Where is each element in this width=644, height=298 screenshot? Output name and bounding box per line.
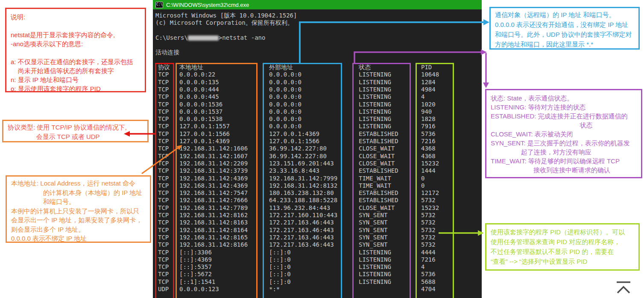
- note-line: a: 不仅显示正在通信的套接字，还显示包括: [11, 57, 141, 66]
- note-protocol-type: 协议类型: 使用 TCP/IP 协议通信的情况下, 会显示 TCP 或者 UDP: [2, 120, 149, 142]
- prompt-command: >netstat -ano: [219, 34, 266, 41]
- terminal-line: Microsoft Windows [版本 10.0.19042.1526]: [153, 12, 482, 19]
- note-line: LISTENING: 等待对方连接的状态: [491, 103, 637, 112]
- note-line: 状态: [491, 121, 637, 130]
- note-line: n: 显示 IP 地址和端口号: [11, 75, 141, 84]
- note-line: 尚未开始通信等状态的所有套接字: [11, 66, 141, 75]
- note-local-address: 本地地址: Local Address，运行 netstat 命令 的计算机本身…: [6, 175, 151, 243]
- blue-arrowhead-icon: [483, 19, 489, 25]
- foreign-address-column-box: [263, 63, 342, 298]
- note-line: 起了连接，对方没有响应: [491, 148, 637, 156]
- note-line: netstat是用于显示套接字内容的命令,: [11, 30, 141, 39]
- note-line: 和端口号。此外，UDP 协议中的套接字不绑定对: [495, 30, 634, 39]
- note-line: ESTABLISHED: 完成连接并正在进行数据通信的: [491, 112, 637, 121]
- note-line: 使用该套接字的程序 PID（进程标识符）。可以: [491, 227, 634, 237]
- note-line: -ano选项表示以下的意思:: [11, 39, 141, 48]
- note-line: 和端口号。: [11, 197, 146, 207]
- note-line: 使用任务管理器来查询 PID 对应的程序名称，: [491, 237, 634, 247]
- window-title: C:\WINDOWS\system32\cmd.exe: [166, 2, 249, 8]
- note-line: CLOSE_WAIT: 表示被动关闭: [491, 130, 637, 139]
- note-line: 状态: State，表示通信状态。: [491, 94, 637, 103]
- note-line: 会显示 TCP 或者 UDP: [8, 132, 143, 142]
- back-to-top-icon[interactable]: [614, 280, 633, 296]
- local-address-column-box: [176, 63, 258, 298]
- note-line: o: 显示使用该套接字的程序 PID: [11, 84, 141, 93]
- note-line: SYN_SENT: 是三次握手的过程，表示你的机器发: [491, 139, 637, 148]
- note-pid: 使用该套接字的程序 PID（进程标识符）。可以使用任务管理器来查询 PID 对应…: [485, 223, 640, 271]
- purple-down-arrowhead-icon: [483, 83, 489, 88]
- note-line: “查看” --> “选择列”中设置显示 PID: [491, 257, 634, 266]
- note-line: 说明:: [11, 12, 141, 21]
- note-line: 接收到连接中断请求的确认: [491, 165, 637, 174]
- note-line: [11, 21, 141, 30]
- note-line: 0.0.0.0 表示不绑定 IP 地址: [11, 234, 146, 243]
- note-line: TIME_WAIT: 等待足够的时间以确保远程 TCP: [491, 156, 637, 165]
- prompt-prefix: C:\Users\: [155, 34, 188, 41]
- state-column-box: [352, 63, 411, 298]
- note-line: 本地地址: Local Address，运行 netstat 命令: [11, 179, 146, 188]
- note-line: 不过任务管理器默认不显示 PID 的，需要在: [491, 247, 634, 257]
- protocol-column-box: [155, 63, 174, 298]
- redacted-username: [188, 35, 219, 41]
- active-connections-label: 活动连接: [153, 49, 482, 56]
- terminal-prompt-line: C:\Users\>netstat -ano: [153, 34, 482, 41]
- note-line: 本例中的计算机上只安装了一块网卡，所以只: [11, 207, 146, 216]
- terminal-blank-line: [153, 27, 482, 34]
- purple-arrowhead-icon: [481, 50, 487, 55]
- terminal-line: (c) Microsoft Corporation。保留所有权利。: [153, 19, 482, 27]
- note-line: 0.0.0.0 表示还没有开始通信，没有绑定 IP 地址: [495, 20, 634, 30]
- note-line: 通信对象（远程端）的 IP 地址 和端口号。: [495, 10, 634, 20]
- note-netstat-explanation: 说明: netstat是用于显示套接字内容的命令,-ano选项表示以下的意思: …: [5, 8, 146, 92]
- note-line: [11, 48, 141, 57]
- note-line: 的计算机本身（本地端）的 IP 地址: [11, 188, 146, 198]
- cmd-titlebar[interactable]: C:\ C:\WINDOWS\system32\cmd.exe: [153, 0, 482, 9]
- pid-column-box: [416, 63, 454, 298]
- note-foreign-address: 通信对象（远程端）的 IP 地址 和端口号。0.0.0.0 表示还没有开始通信，…: [489, 7, 640, 50]
- cmd-icon: C:\: [155, 2, 163, 8]
- annotated-netstat-screenshot: C:\ C:\WINDOWS\system32\cmd.exe Microsof…: [0, 0, 644, 298]
- note-line: 协议类型: 使用 TCP/IP 协议通信的情况下,: [8, 123, 143, 132]
- note-line: 方的地址和端口，因此这里显示 *.*: [495, 39, 634, 49]
- note-line: 则会显示出多个 IP 地址。: [11, 225, 146, 234]
- note-line: 会显示出一个 IP 地址，如果安装了多块网卡，: [11, 215, 146, 225]
- note-state: 状态: State，表示通信状态。LISTENING: 等待对方连接的状态EST…: [485, 89, 642, 178]
- terminal-blank-line: [153, 41, 482, 49]
